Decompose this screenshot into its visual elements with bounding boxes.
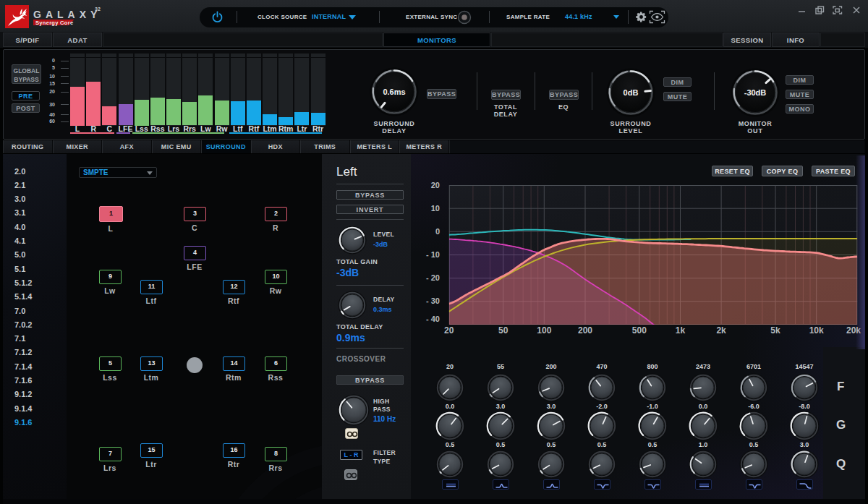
svg-text:0.6ms: 0.6ms — [383, 87, 405, 96]
svg-text:0dB: 0dB — [624, 88, 639, 97]
svg-text:-30dB: -30dB — [744, 88, 767, 97]
